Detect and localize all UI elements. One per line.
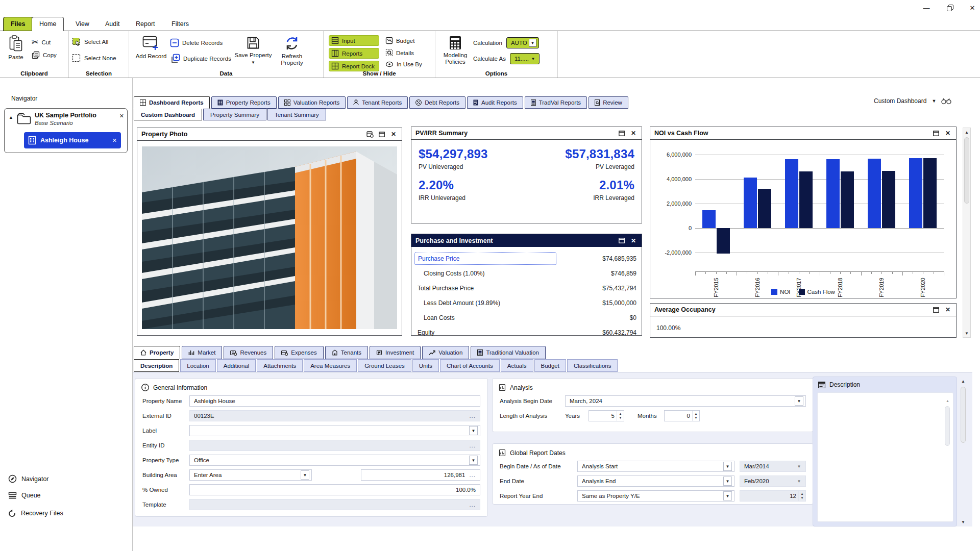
label-caret-icon[interactable]: ▼ [469,426,478,435]
copy-button[interactable]: Copy [32,51,57,59]
years-spinner-arrows[interactable]: ▲▼ [617,411,624,421]
noi-maximize-button[interactable] [932,129,940,137]
pct-owned-field[interactable]: 100.0% [189,484,480,495]
toggle-input[interactable]: Input [329,35,379,46]
purchase-row-total-purchase-price[interactable]: Total Purchase Price$75,432,794 [414,281,636,295]
toggle-in-use-by[interactable]: In Use By [385,61,422,67]
tab-dashboard-reports[interactable]: Dashboard Reports [134,96,210,109]
tab-property-summary[interactable]: Property Summary [203,109,266,120]
calculation-select[interactable]: AUTO ▼ [506,37,539,48]
begin-date-caret-icon[interactable]: ▼ [723,462,732,471]
subtab-additional[interactable]: Additional [217,359,256,372]
purchase-row-purchase-price[interactable]: Purchase Price$74,685,935 [414,251,636,266]
tab-traditional-valuation[interactable]: Traditional Valuation [471,346,546,359]
menu-tab-filters[interactable]: Filters [164,17,196,31]
purchase-row-closing-costs[interactable]: Closing Costs (1.00%)$746,859 [414,266,636,281]
subtab-location[interactable]: Location [180,359,215,372]
purchase-row-equity[interactable]: Equity$60,432,794 [414,325,636,340]
refresh-property-button[interactable]: Refresh Property [275,33,309,67]
building-area-mode-select[interactable]: Enter Area▼ [189,469,312,481]
duplicate-records-button[interactable]: Duplicate Records [170,54,231,64]
subtab-budget[interactable]: Budget [534,359,566,372]
tab-property[interactable]: Property [134,346,180,359]
select-all-button[interactable]: Select All [72,37,116,46]
delete-records-button[interactable]: Delete Records [170,38,231,47]
pv-irr-maximize-button[interactable] [618,129,626,137]
portfolio-name[interactable]: UK Sample Portfolio [35,112,116,119]
tab-tradval-reports[interactable]: TradVal Reports [525,96,587,109]
toggle-details[interactable]: Details [385,49,422,57]
tab-audit-reports[interactable]: Audit Reports [467,96,523,109]
report-year-end-month[interactable]: 12 ▲▼ [740,490,806,502]
scroll-down-icon[interactable]: ▼ [963,330,970,337]
report-year-end-caret-icon[interactable]: ▼ [723,491,732,500]
module-scroll-thumb[interactable] [961,387,966,443]
building-area-caret-icon[interactable]: ▼ [301,470,309,480]
tab-valuation[interactable]: Valuation [422,346,469,359]
select-none-button[interactable]: Select None [72,54,116,63]
dashboard-selector[interactable]: Custom Dashboard [874,97,926,105]
scroll-up-icon[interactable]: ▲ [963,129,970,136]
tab-tenants[interactable]: Tenants [325,346,368,359]
menu-tab-files[interactable]: Files [3,17,33,31]
dashboard-scrollbar[interactable]: ▲ ▼ [963,128,971,338]
photo-maximize-button[interactable] [378,130,386,138]
end-date-select[interactable]: Analysis End▼ [577,475,734,487]
menu-tab-home[interactable]: Home [32,17,64,31]
template-field[interactable]: ... [189,499,480,510]
toggle-report-dock[interactable]: Report Dock [329,61,379,71]
calculate-as-select[interactable]: 11..... ▼ [510,53,540,64]
begin-date-value[interactable]: Mar/2014▼ [740,461,806,472]
tab-review[interactable]: Review [589,96,628,109]
module-scroll-down-icon[interactable]: ▼ [960,518,967,525]
cut-button[interactable]: ✂Cut [32,37,57,47]
label-field[interactable]: ▼ [189,425,480,436]
external-id-field[interactable]: 00123E... [189,410,480,421]
photo-options-button[interactable] [366,130,374,138]
collapse-portfolio-icon[interactable]: ▲ [9,115,13,120]
subtab-area-measures[interactable]: Area Measures [304,359,357,372]
property-type-field[interactable]: Office▼ [189,455,480,466]
pv-irr-close-button[interactable]: ✕ [629,129,638,137]
report-year-end-select[interactable]: Same as Property Y/E▼ [577,490,734,502]
tab-property-reports[interactable]: Property Reports [211,96,277,109]
years-spinner[interactable]: 5 ▲▼ [589,410,624,421]
sidebar-item-property[interactable]: Ashleigh House ✕ [24,132,121,148]
restore-button[interactable] [944,3,955,12]
sidebar-footer-queue[interactable]: Queue [8,492,41,499]
tab-revenues[interactable]: Revenues [224,346,273,359]
modeling-policies-button[interactable]: Modeling Policies [440,33,470,67]
report-year-end-spinner-arrows[interactable]: ▲▼ [798,491,805,501]
toggle-reports[interactable]: Reports [329,48,379,59]
building-area-value-field[interactable]: 126,981... [361,469,480,481]
tab-debt-reports[interactable]: Debt Reports [409,96,465,109]
months-spinner[interactable]: 0 ▲▼ [664,410,700,421]
menu-tab-view[interactable]: View [68,17,96,31]
occupancy-maximize-button[interactable] [932,306,940,314]
occupancy-close-button[interactable]: ✕ [944,306,952,314]
subtab-classifications[interactable]: Classifications [567,359,618,372]
end-date-value[interactable]: Feb/2020▼ [740,475,806,487]
subtab-units[interactable]: Units [412,359,439,372]
purchase-maximize-button[interactable] [618,237,626,245]
tab-custom-dashboard[interactable]: Custom Dashboard [134,109,202,120]
sidebar-footer-recovery-files[interactable]: Recovery Files [8,509,63,517]
tab-investment[interactable]: Investment [370,346,421,359]
purchase-row-less-debt[interactable]: Less Debt Amount (19.89%)$15,000,000 [414,295,636,310]
menu-tab-audit[interactable]: Audit [98,17,127,31]
sidebar-footer-navigator[interactable]: Navigator [8,474,49,483]
subtab-attachments[interactable]: Attachments [257,359,303,372]
save-property-button[interactable]: Save Property ▼ [234,33,272,67]
description-scroll-up-icon[interactable]: ▲ [945,399,950,403]
analysis-begin-date-select[interactable]: March, 2024▼ [565,395,806,407]
close-window-button[interactable]: ✕ [967,3,978,12]
purchase-row-loan-costs[interactable]: Loan Costs$0 [414,310,636,325]
close-portfolio-button[interactable]: ✕ [119,113,124,119]
end-date-caret-icon[interactable]: ▼ [723,477,732,486]
add-record-button[interactable]: Add Record [135,33,167,67]
module-scrollbar[interactable]: ▲ ▼ [960,378,968,525]
tab-market[interactable]: Market [182,346,222,359]
tab-tenant-summary[interactable]: Tenant Summary [267,109,326,120]
subtab-chart-of-accounts[interactable]: Chart of Accounts [440,359,500,372]
subtab-actuals[interactable]: Actuals [501,359,533,372]
